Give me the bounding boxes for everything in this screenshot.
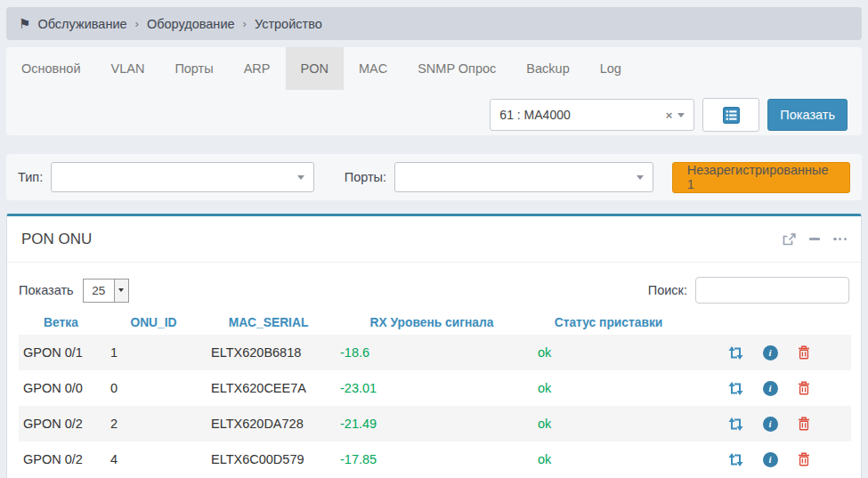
branch-cell: GPON 0/1 — [19, 335, 103, 370]
unregistered-button[interactable]: Незарегистрированные 1 — [672, 162, 850, 193]
onu-id-cell: 0 — [103, 370, 204, 406]
table-header-row: Ветка ONU_ID MAC_SERIAL RX Уровень сигна… — [19, 311, 851, 335]
table-row: GPON 0/0 0 ELTX620CEE7A -23.01 ok i — [19, 370, 851, 406]
delete-icon[interactable] — [798, 452, 810, 466]
mac-serial-cell: ELTX620CEE7A — [204, 370, 333, 406]
clear-icon[interactable]: × — [661, 109, 678, 122]
chevron-down-icon — [637, 175, 644, 180]
reboot-icon[interactable] — [728, 417, 743, 431]
tab-bar: Основной VLAN Порты ARP PON MAC SNMP Опр… — [6, 47, 862, 90]
chevron-down-icon — [297, 175, 304, 180]
pon-onu-panel: PON ONU Показать 25 Поиск: — [6, 214, 862, 478]
table-row: GPON 0/1 1 ELTX620B6818 -18.6 ok i — [19, 335, 851, 370]
table-controls: Показать 25 Поиск: — [19, 277, 849, 304]
breadcrumb-item-service[interactable]: Обслуживание — [37, 17, 126, 31]
tab-backup[interactable]: Backup — [511, 47, 584, 90]
page-size-label: Показать — [19, 283, 74, 297]
device-select[interactable]: 61 : MA4000 × — [490, 99, 694, 131]
rx-level-cell: -23.01 — [333, 370, 531, 406]
rx-level-cell: -21.49 — [333, 406, 531, 442]
panel-body: Показать 25 Поиск: Ветка ONU_ID MAC_SERI… — [7, 263, 861, 477]
device-select-row: 61 : MA4000 × Показать — [490, 99, 848, 132]
col-header-onu-id[interactable]: ONU_ID — [103, 311, 204, 335]
chevron-down-icon — [114, 280, 128, 302]
page-size-select[interactable]: 25 — [83, 279, 129, 303]
status-cell: ok — [531, 442, 686, 477]
info-icon[interactable]: i — [763, 381, 778, 396]
list-alt-icon — [723, 107, 740, 124]
tab-main[interactable]: Основной — [6, 47, 95, 90]
status-cell: ok — [531, 370, 686, 406]
col-header-mac-serial[interactable]: MAC_SERIAL — [204, 311, 333, 335]
tab-ports[interactable]: Порты — [159, 47, 228, 90]
options-icon[interactable] — [833, 238, 847, 240]
rx-level-cell: -18.6 — [333, 335, 531, 370]
status-cell: ok — [531, 406, 686, 442]
collapse-icon[interactable] — [809, 238, 820, 240]
flag-icon: ⚑ — [19, 16, 30, 32]
chevron-right-icon: › — [243, 17, 247, 30]
branch-cell: GPON 0/0 — [19, 370, 103, 406]
delete-icon[interactable] — [798, 345, 810, 360]
chevron-down-icon — [677, 113, 685, 117]
device-select-value: 61 : MA4000 — [499, 108, 570, 122]
info-icon[interactable]: i — [763, 345, 778, 361]
delete-icon[interactable] — [798, 417, 810, 431]
tab-log[interactable]: Log — [585, 47, 637, 90]
mac-serial-cell: ELTX6C00D579 — [204, 442, 333, 477]
panel-header: PON ONU — [7, 216, 861, 263]
ports-filter-label: Порты: — [345, 170, 386, 184]
ports-filter-select[interactable] — [394, 162, 653, 192]
tab-mac[interactable]: MAC — [344, 47, 402, 90]
col-header-actions — [686, 311, 851, 335]
onu-id-cell: 1 — [103, 335, 204, 370]
filter-panel: Тип: Порты: Незарегистрированные 1 — [6, 154, 862, 200]
rx-level-cell: -17.85 — [333, 442, 531, 477]
show-device-button[interactable]: Показать — [767, 99, 848, 131]
breadcrumb-item-equipment[interactable]: Оборудование — [147, 17, 235, 31]
type-filter-select[interactable] — [51, 162, 314, 192]
info-icon[interactable]: i — [763, 452, 778, 467]
device-tabs-panel: Основной VLAN Порты ARP PON MAC SNMP Опр… — [6, 47, 862, 135]
reboot-icon[interactable] — [728, 382, 743, 395]
panel-title: PON ONU — [21, 231, 92, 248]
reboot-icon[interactable] — [728, 453, 743, 466]
onu-table: Ветка ONU_ID MAC_SERIAL RX Уровень сигна… — [19, 311, 851, 477]
type-filter-label: Тип: — [18, 170, 43, 184]
breadcrumb-item-device[interactable]: Устройство — [255, 17, 322, 31]
mac-serial-cell: ELTX620B6818 — [204, 335, 333, 370]
col-header-rx-level[interactable]: RX Уровень сигнала — [333, 311, 531, 335]
reboot-icon[interactable] — [728, 346, 743, 360]
export-icon[interactable] — [783, 233, 796, 246]
branch-cell: GPON 0/2 — [19, 442, 103, 477]
info-icon[interactable]: i — [763, 417, 778, 432]
tab-vlan[interactable]: VLAN — [95, 47, 159, 90]
mac-serial-cell: ELTX620DA728 — [204, 406, 333, 442]
chevron-right-icon: › — [135, 17, 139, 30]
table-row: GPON 0/2 4 ELTX6C00D579 -17.85 ok i — [19, 442, 851, 477]
tab-pon[interactable]: PON — [286, 47, 344, 90]
delete-icon[interactable] — [798, 381, 810, 395]
col-header-status[interactable]: Статус приставки — [531, 311, 686, 335]
page-size-value: 25 — [84, 280, 114, 302]
onu-id-cell: 4 — [103, 442, 204, 477]
branch-cell: GPON 0/2 — [19, 406, 103, 442]
search-input[interactable] — [695, 277, 849, 304]
table-row: GPON 0/2 2 ELTX620DA728 -21.49 ok i — [19, 406, 851, 442]
status-cell: ok — [531, 335, 686, 370]
search-label: Поиск: — [648, 283, 687, 297]
device-list-button[interactable] — [702, 98, 759, 132]
onu-id-cell: 2 — [103, 406, 204, 442]
col-header-branch[interactable]: Ветка — [19, 311, 103, 335]
breadcrumb: ⚑ Обслуживание › Оборудование › Устройст… — [6, 7, 862, 40]
tab-snmp[interactable]: SNMP Опрос — [402, 47, 511, 90]
tab-arp[interactable]: ARP — [229, 47, 286, 90]
